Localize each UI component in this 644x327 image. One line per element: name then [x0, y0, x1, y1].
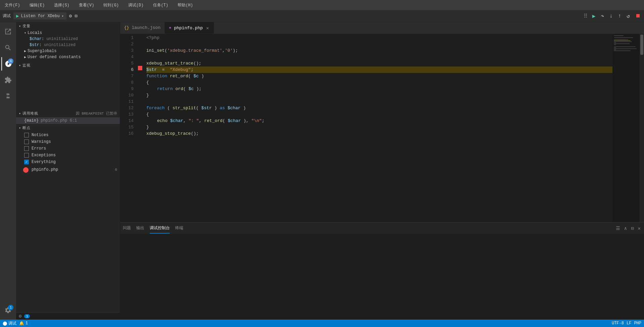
panel-tab-problems[interactable]: 问题 — [123, 223, 131, 234]
split-icon[interactable]: ⊟ — [75, 13, 77, 19]
editor-area: {} launch.json ● phpinfo.php ✕ 1 2 3 4 5… — [120, 22, 644, 320]
bp-everything-checkbox[interactable] — [24, 160, 29, 164]
status-notification-count: 1 — [26, 321, 28, 326]
tab-phpinfo[interactable]: ● phpinfo.php ✕ — [165, 22, 214, 34]
menu-select[interactable]: 选择(S) — [52, 2, 71, 9]
code-line-1: <?php — [146, 35, 612, 41]
callstack-header[interactable]: ▾ 调用堆栈 因 BREAKPOINT 已暂停 — [16, 110, 120, 117]
tab-launch-json[interactable]: {} launch.json — [120, 22, 165, 34]
code-content[interactable]: <?php ini_set('xdebug.trace_format','0')… — [144, 34, 612, 222]
menu-edit[interactable]: 编辑(E) — [28, 2, 47, 9]
debug-grip-icon[interactable]: ⠿ — [584, 13, 588, 19]
debug-config[interactable]: ▶ Listen for XDebu ▾ — [13, 12, 66, 19]
bp-warnings-label: Warnings — [32, 139, 51, 144]
activity-extensions[interactable] — [1, 73, 15, 87]
code-line-2 — [146, 41, 612, 47]
activity-debug[interactable]: 4 — [1, 57, 15, 71]
main-area: 4 1 ▾ 变量 ▾ Locals — [0, 22, 644, 320]
bp-notices[interactable]: Notices — [16, 132, 120, 138]
bp-exceptions[interactable]: Exceptions — [16, 152, 120, 159]
callstack-section: ▾ 调用堆栈 因 BREAKPOINT 已暂停 {main} phpinfo.p… — [16, 110, 120, 124]
status-notification[interactable]: 🔔 1 — [19, 321, 28, 326]
status-encoding[interactable]: UTF-8 — [612, 321, 624, 326]
toolbar: 调试 ▶ Listen for XDebu ▾ ⚙ ⊟ ⠿ ▶ ↷ ↓ ↑ ↺ … — [0, 10, 644, 22]
menu-debug[interactable]: 调试(D) — [126, 2, 146, 9]
locals-group[interactable]: ▾ Locals — [16, 30, 120, 36]
minimap — [612, 34, 639, 222]
breakpoints-header[interactable]: ▾ 断点 — [16, 124, 120, 132]
vertical-scrollbar[interactable] — [639, 34, 644, 222]
bp-notices-checkbox[interactable] — [24, 133, 29, 137]
panel-filter-icon[interactable]: ☰ — [615, 225, 621, 232]
var-str: $str: uninitialized — [16, 42, 120, 48]
settings-badge: 1 — [8, 305, 13, 310]
code-line-10: } — [146, 92, 612, 98]
status-eol[interactable]: LF — [627, 321, 631, 326]
activity-source-control[interactable] — [1, 89, 15, 103]
panel-tabs: 问题 输出 调试控制台 终端 ☰ ∧ ⊟ ✕ — [120, 222, 644, 234]
tab-launch-label: launch.json — [132, 25, 160, 30]
bp-phpinfo-line: 6 — [115, 168, 117, 172]
tab-phpinfo-label: phpinfo.php — [174, 26, 203, 31]
panel-close-icon[interactable]: ✕ — [637, 225, 641, 232]
panel-tab-actions: ☰ ∧ ⊟ ✕ — [615, 225, 641, 232]
callstack-file: phpinfo.php 6:1 — [41, 118, 77, 123]
debug-badge: 4 — [8, 58, 13, 64]
activity-search[interactable] — [1, 41, 15, 54]
debug-stepin-button[interactable]: ↓ — [609, 12, 613, 20]
bp-warnings[interactable]: Warnings — [16, 138, 120, 145]
debug-stepout-button[interactable]: ↑ — [617, 12, 622, 20]
bp-exceptions-checkbox[interactable] — [24, 153, 29, 158]
bp-phpinfo-label: phpinfo.php — [32, 167, 58, 172]
userconstants-group[interactable]: ▶ User defined constants — [16, 54, 120, 60]
menu-view[interactable]: 查看(V) — [77, 2, 96, 9]
panel-tab-terminal[interactable]: 终端 — [175, 223, 183, 234]
gutter — [137, 34, 144, 222]
superglobals-arrow-icon: ▶ — [24, 49, 26, 53]
scrollbar-thumb[interactable] — [640, 35, 643, 55]
gear-icon[interactable]: ⚙ — [69, 13, 72, 19]
menu-file[interactable]: 文件(F) — [3, 2, 22, 9]
bp-warnings-checkbox[interactable] — [24, 139, 29, 144]
variables-tree: ▾ Locals $char: uninitialized $str: unin… — [16, 30, 120, 62]
panel-collapse-icon[interactable]: ∧ — [624, 225, 628, 232]
panel-tab-debug-console[interactable]: 调试控制台 — [150, 223, 170, 234]
bp-everything-label: Everything — [32, 160, 56, 164]
breakpoint-dot — [138, 66, 142, 70]
debug-stop-button[interactable]: ⏹ — [635, 12, 641, 20]
activity-settings[interactable]: 1 — [1, 303, 15, 317]
debug-stepover-button[interactable]: ↷ — [600, 12, 605, 20]
bp-errors-checkbox[interactable] — [24, 146, 29, 151]
menu-goto[interactable]: 转到(G) — [101, 2, 121, 9]
bp-everything[interactable]: Everything — [16, 159, 120, 165]
callstack-item-main[interactable]: {main} phpinfo.php 6:1 — [16, 117, 120, 124]
code-line-14: echo $char, ": ", ret_ord( $char ), "\n"… — [146, 118, 612, 124]
bp-phpinfo[interactable]: ⬤ phpinfo.php 6 — [16, 165, 120, 174]
panel-maximize-icon[interactable]: ⊟ — [630, 225, 634, 232]
tab-close-button[interactable]: ✕ — [205, 25, 209, 31]
bp-exceptions-label: Exceptions — [32, 153, 56, 158]
variables-header[interactable]: ▾ 变量 — [16, 22, 120, 30]
variables-title: 变量 — [22, 24, 31, 29]
code-line-8: { — [146, 79, 612, 86]
bp-errors[interactable]: Errors — [16, 145, 120, 152]
panel-tab-output[interactable]: 输出 — [136, 223, 144, 234]
status-language[interactable]: PHP — [634, 321, 641, 326]
code-line-16: xdebug_stop_trace(); — [146, 130, 612, 137]
breakpoints-title: 断点 — [22, 125, 31, 130]
watch-header[interactable]: ▾ 监视 — [16, 62, 120, 69]
sidebar-gear-icon[interactable]: ⚙ — [19, 313, 21, 319]
callstack-title: 调用堆栈 — [22, 111, 38, 116]
code-line-13: { — [146, 111, 612, 118]
menu-tasks[interactable]: 任务(T) — [151, 2, 170, 9]
variables-section: ▾ 变量 ▾ Locals $char: uninitialized $str:… — [16, 22, 120, 62]
debug-continue-button[interactable]: ▶ — [592, 12, 596, 20]
debug-restart-button[interactable]: ↺ — [626, 12, 631, 20]
tab-json-icon: {} — [124, 26, 129, 30]
tabs-bar: {} launch.json ● phpinfo.php ✕ — [120, 22, 644, 34]
superglobals-group[interactable]: ▶ Superglobals — [16, 48, 120, 54]
locals-arrow-icon: ▾ — [24, 31, 26, 35]
activity-explorer[interactable] — [1, 25, 15, 38]
menu-help[interactable]: 帮助(H) — [176, 2, 195, 9]
status-debug-indicator[interactable]: ⬤ 调试 — [3, 321, 16, 326]
